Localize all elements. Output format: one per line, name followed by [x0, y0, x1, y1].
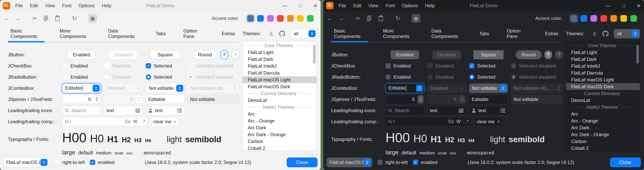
- tab[interactable]: Tabs: [153, 26, 168, 42]
- tab[interactable]: Basic Components: [331, 26, 368, 42]
- theme-list-item[interactable]: DemoLaf: [566, 97, 640, 104]
- minimize-button[interactable]: —: [282, 3, 287, 9]
- whole-word-toggle[interactable]: W: [133, 119, 137, 124]
- tab[interactable]: More Components: [380, 26, 416, 42]
- not-editable-combobox[interactable]: Not editable: [146, 84, 184, 93]
- show-hidden-toggle-eye-icon[interactable]: ◉: [88, 14, 97, 23]
- themes-list[interactable]: Core ThemesFlatLaf LightFlatLaf DarkFlat…: [242, 41, 317, 151]
- menu-item[interactable]: Font: [62, 3, 72, 9]
- accent-swatch[interactable]: [570, 15, 577, 22]
- laf-combobox[interactable]: FlatLaf macOS D...: [326, 157, 372, 167]
- calendar-icon[interactable]: [136, 108, 140, 113]
- copy-icon[interactable]: [43, 14, 50, 23]
- show-hidden-toggle-eye-icon[interactable]: ◉: [412, 14, 420, 23]
- list-icon[interactable]: [177, 108, 182, 113]
- theme-list-item[interactable]: Cobalt 2: [243, 145, 316, 151]
- radio-enabled[interactable]: Enabled: [62, 74, 88, 80]
- laf-combobox[interactable]: FlatLaf macOS Li...: [3, 157, 49, 167]
- menu-item[interactable]: File: [338, 3, 346, 9]
- theme-list-item[interactable]: Arc Dark - Orange: [566, 131, 640, 138]
- spinner[interactable]: 0: [62, 95, 101, 104]
- right-to-left-checkbox[interactable]: right-to-left: [54, 159, 85, 165]
- theme-list-item[interactable]: FlatLaf macOS Light: [243, 76, 316, 83]
- accent-swatch[interactable]: [307, 15, 314, 22]
- regex-toggle[interactable]: .*: [466, 119, 468, 124]
- search-with-options-input[interactable]: Cc W .*: [62, 117, 148, 126]
- round-button[interactable]: Round: [516, 50, 542, 59]
- back-icon[interactable]: ←: [3, 14, 10, 23]
- theme-list-item[interactable]: Current Directory: [243, 90, 316, 97]
- menu-item[interactable]: Options: [402, 3, 418, 9]
- theme-list-item[interactable]: Arc: [243, 110, 316, 117]
- accent-swatch[interactable]: [277, 15, 284, 22]
- themes-filter-combobox[interactable]: all: [614, 29, 640, 38]
- editable-textfield[interactable]: Editable: [469, 95, 508, 104]
- maximize-button[interactable]: □: [622, 4, 625, 8]
- enabled-checkbox[interactable]: ✓ enabled: [413, 160, 438, 165]
- combobox-arrow-icon[interactable]: [176, 85, 183, 92]
- tab[interactable]: Data Components: [429, 26, 464, 42]
- theme-list-item[interactable]: FlatLaf Dark: [566, 56, 640, 63]
- radio-selected[interactable]: Selected: [469, 74, 495, 80]
- clearable-input[interactable]: clear me ×: [474, 117, 502, 126]
- download-icon[interactable]: [268, 31, 274, 36]
- help-button[interactable]: ?: [220, 50, 228, 60]
- theme-list-item[interactable]: IntelliJ Themes: [243, 104, 316, 110]
- theme-list-item[interactable]: FlatLaf macOS Dark: [243, 83, 316, 90]
- maximize-button[interactable]: □: [299, 4, 302, 8]
- accent-swatch[interactable]: [297, 15, 304, 22]
- theme-list-item[interactable]: Carbon: [566, 138, 640, 145]
- theme-list-item[interactable]: Arc - Orange: [566, 117, 640, 124]
- themes-list[interactable]: Core ThemesFlatLaf LightFlatLaf DarkFlat…: [566, 41, 640, 151]
- github-icon[interactable]: [602, 31, 609, 37]
- menu-item[interactable]: Help: [425, 3, 434, 9]
- combobox-arrow-icon[interactable]: [416, 85, 423, 92]
- menu-item[interactable]: File: [15, 3, 23, 9]
- close-window-button[interactable]: ×: [637, 3, 640, 9]
- theme-list-item[interactable]: Carbon: [243, 138, 316, 145]
- close-button[interactable]: Close: [610, 157, 641, 167]
- paste-icon[interactable]: [378, 14, 384, 23]
- scrollbar-thumb[interactable]: [636, 45, 639, 64]
- accent-swatch[interactable]: [610, 15, 617, 22]
- theme-list-item[interactable]: Arc Dark - Orange: [243, 131, 316, 138]
- right-to-left-checkbox[interactable]: right-to-left: [377, 160, 408, 165]
- tab[interactable]: Extras: [542, 26, 561, 42]
- search-input[interactable]: Search: [386, 106, 424, 115]
- radio-selected[interactable]: Selected: [146, 74, 172, 80]
- theme-list-item[interactable]: FlatLaf Darcula: [566, 69, 640, 76]
- theme-list-item[interactable]: FlatLaf IntelliJ: [566, 63, 640, 69]
- match-case-toggle[interactable]: Cc: [125, 119, 131, 124]
- list-icon[interactable]: [500, 108, 505, 113]
- whole-word-toggle[interactable]: W: [456, 119, 461, 124]
- enabled-button[interactable]: Enabled: [67, 50, 96, 59]
- combobox-arrow-icon[interactable]: [92, 85, 100, 92]
- close-button[interactable]: Close: [287, 157, 318, 167]
- accent-swatch[interactable]: [287, 15, 294, 22]
- menu-item[interactable]: View: [45, 3, 55, 9]
- tab[interactable]: Option Pane: [180, 26, 207, 42]
- spinner-arrows-icon[interactable]: [417, 95, 424, 103]
- square-button[interactable]: Square: [474, 50, 504, 59]
- menu-item[interactable]: Edit: [30, 3, 38, 9]
- theme-list-item[interactable]: Core Themes: [243, 42, 316, 49]
- themes-filter-combobox[interactable]: all: [290, 29, 317, 38]
- scrollbar-thumb[interactable]: [313, 45, 316, 64]
- download-icon[interactable]: [592, 31, 597, 36]
- theme-list-item[interactable]: Arc Dark: [243, 124, 316, 131]
- text-field-calendar[interactable]: text: [104, 106, 143, 115]
- refresh-icon[interactable]: ↻: [394, 14, 401, 23]
- tab[interactable]: Option Pane: [504, 26, 530, 42]
- minimize-button[interactable]: —: [605, 3, 610, 9]
- refresh-icon[interactable]: ↻: [71, 14, 78, 23]
- theme-list-item[interactable]: FlatLaf macOS Light: [566, 76, 640, 83]
- menu-item[interactable]: Options: [78, 3, 95, 9]
- search-dropdown-icon[interactable]: [388, 119, 395, 124]
- combobox-arrow-icon[interactable]: [500, 85, 507, 92]
- text-field-user-list[interactable]: text: [146, 106, 184, 115]
- tab[interactable]: Data Components: [105, 26, 141, 42]
- copy-icon[interactable]: [366, 14, 373, 23]
- accent-swatch[interactable]: [630, 15, 637, 22]
- checkbox-selected[interactable]: ✓Selected: [146, 63, 172, 69]
- accent-swatch[interactable]: [580, 15, 587, 22]
